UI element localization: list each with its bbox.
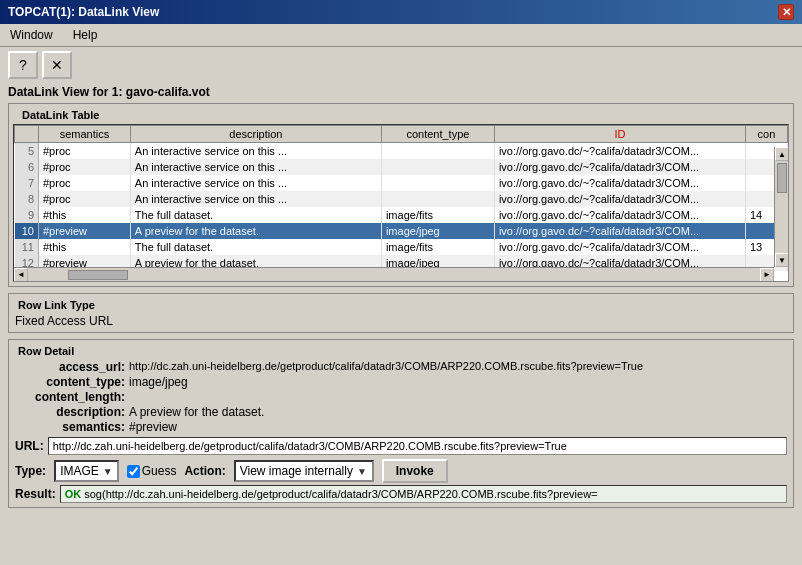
type-select-arrow: ▼ <box>103 466 113 477</box>
type-select[interactable]: IMAGE ▼ <box>54 460 119 482</box>
type-value: IMAGE <box>60 464 99 478</box>
cell-content-type: image/fits <box>381 207 494 223</box>
action-row: Type: IMAGE ▼ Guess Action: View image i… <box>15 459 787 483</box>
scroll-up-btn[interactable]: ▲ <box>775 147 789 161</box>
cell-id: ivo://org.gavo.dc/~?califa/datadr3/COM..… <box>494 223 745 239</box>
cell-content-type <box>381 159 494 175</box>
window-title: TOPCAT(1): DataLink View <box>8 5 159 19</box>
cell-description: The full dataset. <box>130 239 381 255</box>
close-toolbar-button[interactable]: ✕ <box>42 51 72 79</box>
row-num: 9 <box>15 207 39 223</box>
cell-id: ivo://org.gavo.dc/~?califa/datadr3/COM..… <box>494 175 745 191</box>
cell-id: ivo://org.gavo.dc/~?califa/datadr3/COM..… <box>494 159 745 175</box>
col-semantics[interactable]: semantics <box>39 126 131 143</box>
type-label: Type: <box>15 464 46 478</box>
cell-semantics: #proc <box>39 191 131 207</box>
row-num: 7 <box>15 175 39 191</box>
menu-help[interactable]: Help <box>67 26 104 44</box>
col-rownum <box>15 126 39 143</box>
row-num: 6 <box>15 159 39 175</box>
action-value: View image internally <box>240 464 353 478</box>
col-id[interactable]: ID <box>494 126 745 143</box>
cell-id: ivo://org.gavo.dc/~?califa/datadr3/COM..… <box>494 191 745 207</box>
table-scrollbar-h[interactable]: ◄ ► <box>14 267 774 281</box>
main-content: DataLink Table semantics description con… <box>0 103 802 522</box>
content-length-label: content_length: <box>15 390 125 404</box>
cell-description: The full dataset. <box>130 207 381 223</box>
semantics-value: #preview <box>129 420 787 434</box>
invoke-button[interactable]: Invoke <box>382 459 448 483</box>
page-subtitle: DataLink View for 1: gavo-califa.vot <box>0 83 802 103</box>
cell-content-type <box>381 191 494 207</box>
description-value: A preview for the dataset. <box>129 405 787 419</box>
action-label: Action: <box>184 464 225 478</box>
scroll-left-btn[interactable]: ◄ <box>14 268 28 282</box>
table-row[interactable]: 7 #proc An interactive service on this .… <box>15 175 788 191</box>
row-num: 8 <box>15 191 39 207</box>
url-row: URL: http://dc.zah.uni-heidelberg.de/get… <box>15 437 787 455</box>
menu-bar: Window Help <box>0 24 802 47</box>
cell-description: A preview for the dataset. <box>130 223 381 239</box>
cell-content-type <box>381 175 494 191</box>
cell-semantics: #this <box>39 239 131 255</box>
cell-semantics: #proc <box>39 159 131 175</box>
row-num: 5 <box>15 143 39 160</box>
guess-checkbox-row: Guess <box>127 464 177 478</box>
scroll-thumb-v[interactable] <box>777 163 787 193</box>
row-num: 11 <box>15 239 39 255</box>
table-row[interactable]: 10 #preview A preview for the dataset. i… <box>15 223 788 239</box>
close-icon: ✕ <box>51 57 63 73</box>
scroll-down-btn[interactable]: ▼ <box>775 253 789 267</box>
table-scrollbar-v[interactable]: ▲ ▼ <box>774 147 788 267</box>
table-row[interactable]: 6 #proc An interactive service on this .… <box>15 159 788 175</box>
col-description[interactable]: description <box>130 126 381 143</box>
semantics-label: semantics: <box>15 420 125 434</box>
row-num: 10 <box>15 223 39 239</box>
action-select-arrow: ▼ <box>357 466 367 477</box>
help-icon: ? <box>19 57 27 73</box>
toolbar: ? ✕ <box>0 47 802 83</box>
row-link-title: Row Link Type <box>15 299 98 311</box>
cell-content-type <box>381 143 494 160</box>
col-content-type[interactable]: content_type <box>381 126 494 143</box>
datalink-table-title: DataLink Table <box>19 109 102 121</box>
action-select[interactable]: View image internally ▼ <box>234 460 374 482</box>
cell-id: ivo://org.gavo.dc/~?califa/datadr3/COM..… <box>494 143 745 160</box>
col-con[interactable]: con <box>745 126 787 143</box>
guess-checkbox[interactable] <box>127 465 140 478</box>
row-link-value: Fixed Access URL <box>15 312 787 328</box>
scroll-thumb-h[interactable] <box>68 270 128 280</box>
scroll-right-btn[interactable]: ► <box>760 268 774 282</box>
cell-id: ivo://org.gavo.dc/~?califa/datadr3/COM..… <box>494 239 745 255</box>
access-url-label: access_url: <box>15 360 125 374</box>
result-detail: sog(http://dc.zah.uni-heidelberg.de/getp… <box>84 488 597 500</box>
cell-semantics: #preview <box>39 223 131 239</box>
result-row: Result: OK sog(http://dc.zah.uni-heidelb… <box>15 485 787 503</box>
cell-semantics: #proc <box>39 143 131 160</box>
url-field[interactable]: http://dc.zah.uni-heidelberg.de/getprodu… <box>48 437 787 455</box>
access-url-value: http://dc.zah.uni-heidelberg.de/getprodu… <box>129 360 787 374</box>
cell-content-type: image/fits <box>381 239 494 255</box>
description-label: description: <box>15 405 125 419</box>
cell-content-type: image/jpeg <box>381 223 494 239</box>
table-row[interactable]: 11 #this The full dataset. image/fits iv… <box>15 239 788 255</box>
datalink-table-container[interactable]: semantics description content_type ID co… <box>13 124 789 282</box>
close-button[interactable]: ✕ <box>778 4 794 20</box>
cell-semantics: #proc <box>39 175 131 191</box>
row-link-type-group: Row Link Type Fixed Access URL <box>8 293 794 333</box>
guess-label: Guess <box>142 464 177 478</box>
menu-window[interactable]: Window <box>4 26 59 44</box>
table-row[interactable]: 8 #proc An interactive service on this .… <box>15 191 788 207</box>
table-row[interactable]: 5 #proc An interactive service on this .… <box>15 143 788 160</box>
cell-description: An interactive service on this ... <box>130 143 381 160</box>
url-label: URL: <box>15 439 44 453</box>
result-field: OK sog(http://dc.zah.uni-heidelberg.de/g… <box>60 485 787 503</box>
row-detail-grid: access_url: http://dc.zah.uni-heidelberg… <box>15 358 787 434</box>
table-row[interactable]: 9 #this The full dataset. image/fits ivo… <box>15 207 788 223</box>
content-type-value: image/jpeg <box>129 375 787 389</box>
result-ok: OK <box>65 488 82 500</box>
help-button[interactable]: ? <box>8 51 38 79</box>
content-length-value <box>129 390 787 404</box>
row-detail-group: Row Detail access_url: http://dc.zah.uni… <box>8 339 794 508</box>
content-type-label: content_type: <box>15 375 125 389</box>
